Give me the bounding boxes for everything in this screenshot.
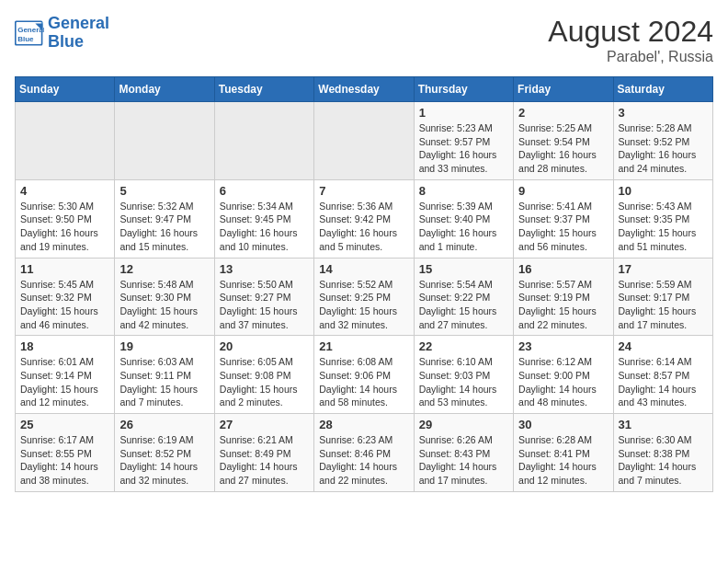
cell-info: Sunrise: 5:48 AM Sunset: 9:30 PM Dayligh… <box>119 278 209 332</box>
cell-date: 10 <box>619 184 708 198</box>
cell-date: 6 <box>220 184 309 198</box>
calendar-cell: 26Sunrise: 6:19 AM Sunset: 8:52 PM Dayli… <box>115 414 214 492</box>
cell-date: 21 <box>319 339 408 353</box>
day-header-thursday: Thursday <box>414 77 513 102</box>
cell-date: 24 <box>619 339 708 353</box>
svg-text:Blue: Blue <box>17 35 34 43</box>
calendar-cell: 11Sunrise: 5:45 AM Sunset: 9:32 PM Dayli… <box>16 258 115 336</box>
cell-date: 15 <box>419 262 508 276</box>
calendar-cell: 18Sunrise: 6:01 AM Sunset: 9:14 PM Dayli… <box>16 336 115 414</box>
cell-info: Sunrise: 6:12 AM Sunset: 9:00 PM Dayligh… <box>518 355 608 409</box>
cell-info: Sunrise: 5:39 AM Sunset: 9:40 PM Dayligh… <box>419 200 508 254</box>
cell-date: 20 <box>220 339 309 353</box>
cell-info: Sunrise: 5:59 AM Sunset: 9:17 PM Dayligh… <box>619 278 708 332</box>
day-header-saturday: Saturday <box>613 77 712 102</box>
cell-date: 1 <box>419 106 508 120</box>
cell-info: Sunrise: 6:14 AM Sunset: 8:57 PM Dayligh… <box>619 355 708 409</box>
cell-date: 27 <box>220 418 309 431</box>
cell-info: Sunrise: 5:30 AM Sunset: 9:50 PM Dayligh… <box>20 200 109 254</box>
calendar-cell: 5Sunrise: 5:32 AM Sunset: 9:47 PM Daylig… <box>115 179 214 258</box>
day-header-tuesday: Tuesday <box>214 77 313 102</box>
calendar-cell: 17Sunrise: 5:59 AM Sunset: 9:17 PM Dayli… <box>613 258 712 336</box>
cell-info: Sunrise: 5:43 AM Sunset: 9:35 PM Dayligh… <box>619 200 708 254</box>
cell-date: 26 <box>119 418 209 431</box>
week-row-2: 4Sunrise: 5:30 AM Sunset: 9:50 PM Daylig… <box>16 179 713 258</box>
calendar-cell: 13Sunrise: 5:50 AM Sunset: 9:27 PM Dayli… <box>214 258 313 336</box>
cell-info: Sunrise: 5:25 AM Sunset: 9:54 PM Dayligh… <box>518 121 608 176</box>
day-header-sunday: Sunday <box>16 77 115 102</box>
cell-date: 19 <box>119 339 209 353</box>
cell-date: 14 <box>319 262 408 276</box>
calendar-cell: 20Sunrise: 6:05 AM Sunset: 9:08 PM Dayli… <box>214 336 313 414</box>
cell-info: Sunrise: 6:08 AM Sunset: 9:06 PM Dayligh… <box>319 355 408 409</box>
calendar-cell: 6Sunrise: 5:34 AM Sunset: 9:45 PM Daylig… <box>214 179 313 258</box>
cell-date: 16 <box>518 262 608 276</box>
calendar-cell: 9Sunrise: 5:41 AM Sunset: 9:37 PM Daylig… <box>514 179 613 258</box>
calendar-cell: 15Sunrise: 5:54 AM Sunset: 9:22 PM Dayli… <box>414 258 513 336</box>
calendar-cell: 16Sunrise: 5:57 AM Sunset: 9:19 PM Dayli… <box>514 258 613 336</box>
day-header-friday: Friday <box>514 77 613 102</box>
calendar-cell: 29Sunrise: 6:26 AM Sunset: 8:43 PM Dayli… <box>414 414 513 492</box>
cell-date: 7 <box>319 184 408 198</box>
cell-info: Sunrise: 5:36 AM Sunset: 9:42 PM Dayligh… <box>319 200 408 254</box>
calendar-cell <box>314 102 414 180</box>
calendar-cell: 14Sunrise: 5:52 AM Sunset: 9:25 PM Dayli… <box>314 258 414 336</box>
day-header-wednesday: Wednesday <box>314 77 414 102</box>
cell-date: 28 <box>319 418 408 431</box>
day-header-row: SundayMondayTuesdayWednesdayThursdayFrid… <box>16 77 713 102</box>
cell-info: Sunrise: 5:50 AM Sunset: 9:27 PM Dayligh… <box>220 278 309 332</box>
cell-date: 5 <box>119 184 209 198</box>
cell-date: 22 <box>419 339 508 353</box>
calendar-subtitle: Parabel', Russia <box>548 49 713 65</box>
calendar-title: August 2024 <box>548 15 713 49</box>
calendar-cell: 10Sunrise: 5:43 AM Sunset: 9:35 PM Dayli… <box>613 179 712 258</box>
logo-text: General Blue <box>48 15 109 52</box>
calendar-cell: 24Sunrise: 6:14 AM Sunset: 8:57 PM Dayli… <box>613 336 712 414</box>
page-header: General Blue General Blue August 2024 Pa… <box>15 15 713 65</box>
calendar-cell: 28Sunrise: 6:23 AM Sunset: 8:46 PM Dayli… <box>314 414 414 492</box>
calendar-cell <box>115 102 214 180</box>
calendar-table: SundayMondayTuesdayWednesdayThursdayFrid… <box>15 76 713 492</box>
cell-date: 9 <box>518 184 608 198</box>
cell-date: 29 <box>419 418 508 431</box>
calendar-cell: 8Sunrise: 5:39 AM Sunset: 9:40 PM Daylig… <box>414 179 513 258</box>
cell-date: 23 <box>518 339 608 353</box>
calendar-cell: 7Sunrise: 5:36 AM Sunset: 9:42 PM Daylig… <box>314 179 414 258</box>
cell-info: Sunrise: 5:23 AM Sunset: 9:57 PM Dayligh… <box>419 121 508 176</box>
week-row-4: 18Sunrise: 6:01 AM Sunset: 9:14 PM Dayli… <box>16 336 713 414</box>
week-row-3: 11Sunrise: 5:45 AM Sunset: 9:32 PM Dayli… <box>16 258 713 336</box>
cell-info: Sunrise: 6:10 AM Sunset: 9:03 PM Dayligh… <box>419 355 508 409</box>
cell-info: Sunrise: 6:28 AM Sunset: 8:41 PM Dayligh… <box>518 433 608 488</box>
cell-date: 8 <box>419 184 508 198</box>
cell-info: Sunrise: 6:23 AM Sunset: 8:46 PM Dayligh… <box>319 433 408 488</box>
cell-info: Sunrise: 6:03 AM Sunset: 9:11 PM Dayligh… <box>119 355 209 409</box>
title-block: August 2024 Parabel', Russia <box>548 15 713 65</box>
calendar-cell: 23Sunrise: 6:12 AM Sunset: 9:00 PM Dayli… <box>514 336 613 414</box>
cell-date: 31 <box>619 418 708 431</box>
calendar-cell: 31Sunrise: 6:30 AM Sunset: 8:38 PM Dayli… <box>613 414 712 492</box>
cell-info: Sunrise: 6:17 AM Sunset: 8:55 PM Dayligh… <box>20 433 109 488</box>
cell-info: Sunrise: 5:57 AM Sunset: 9:19 PM Dayligh… <box>518 278 608 332</box>
cell-info: Sunrise: 5:54 AM Sunset: 9:22 PM Dayligh… <box>419 278 508 332</box>
cell-date: 2 <box>518 106 608 120</box>
calendar-cell: 3Sunrise: 5:28 AM Sunset: 9:52 PM Daylig… <box>613 102 712 180</box>
cell-date: 4 <box>20 184 109 198</box>
cell-date: 18 <box>20 339 109 353</box>
logo-icon: General Blue <box>15 20 44 46</box>
calendar-cell <box>214 102 313 180</box>
calendar-cell: 27Sunrise: 6:21 AM Sunset: 8:49 PM Dayli… <box>214 414 313 492</box>
cell-info: Sunrise: 5:52 AM Sunset: 9:25 PM Dayligh… <box>319 278 408 332</box>
calendar-cell: 25Sunrise: 6:17 AM Sunset: 8:55 PM Dayli… <box>16 414 115 492</box>
calendar-cell: 22Sunrise: 6:10 AM Sunset: 9:03 PM Dayli… <box>414 336 513 414</box>
cell-date: 12 <box>119 262 209 276</box>
week-row-5: 25Sunrise: 6:17 AM Sunset: 8:55 PM Dayli… <box>16 414 713 492</box>
cell-info: Sunrise: 6:05 AM Sunset: 9:08 PM Dayligh… <box>220 355 309 409</box>
week-row-1: 1Sunrise: 5:23 AM Sunset: 9:57 PM Daylig… <box>16 102 713 180</box>
cell-info: Sunrise: 5:41 AM Sunset: 9:37 PM Dayligh… <box>518 200 608 254</box>
cell-date: 25 <box>20 418 109 431</box>
calendar-cell: 30Sunrise: 6:28 AM Sunset: 8:41 PM Dayli… <box>514 414 613 492</box>
cell-info: Sunrise: 6:30 AM Sunset: 8:38 PM Dayligh… <box>619 433 708 488</box>
cell-date: 3 <box>619 106 708 120</box>
cell-info: Sunrise: 6:01 AM Sunset: 9:14 PM Dayligh… <box>20 355 109 409</box>
cell-date: 13 <box>220 262 309 276</box>
